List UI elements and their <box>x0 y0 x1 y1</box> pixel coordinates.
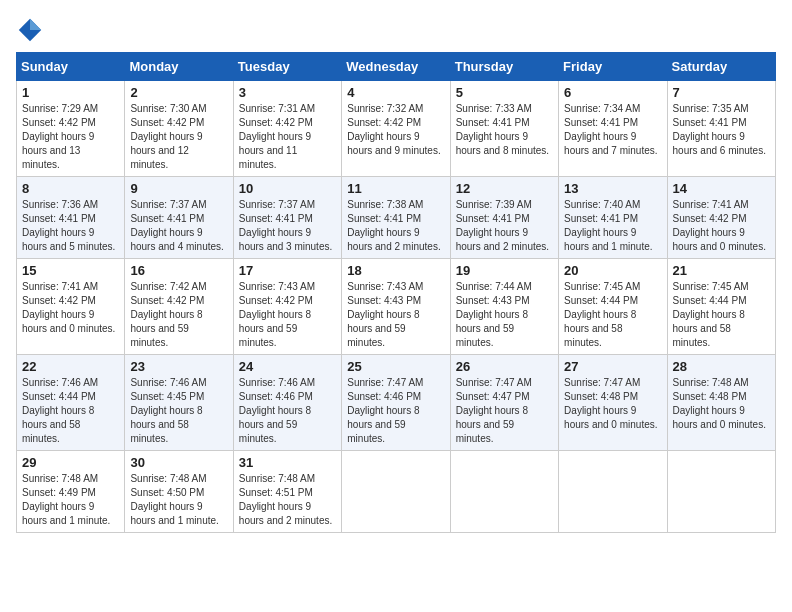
col-header-wednesday: Wednesday <box>342 53 450 81</box>
calendar-cell: 24Sunrise: 7:46 AMSunset: 4:46 PMDayligh… <box>233 355 341 451</box>
svg-marker-1 <box>30 19 41 30</box>
day-number: 8 <box>22 181 119 196</box>
day-number: 5 <box>456 85 553 100</box>
calendar-cell: 30Sunrise: 7:48 AMSunset: 4:50 PMDayligh… <box>125 451 233 533</box>
col-header-sunday: Sunday <box>17 53 125 81</box>
calendar-cell: 9Sunrise: 7:37 AMSunset: 4:41 PMDaylight… <box>125 177 233 259</box>
day-detail: Sunrise: 7:43 AMSunset: 4:43 PMDaylight … <box>347 280 444 350</box>
day-number: 24 <box>239 359 336 374</box>
logo-icon <box>16 16 44 44</box>
day-detail: Sunrise: 7:48 AMSunset: 4:51 PMDaylight … <box>239 472 336 528</box>
day-number: 10 <box>239 181 336 196</box>
day-detail: Sunrise: 7:30 AMSunset: 4:42 PMDaylight … <box>130 102 227 172</box>
calendar-cell: 7Sunrise: 7:35 AMSunset: 4:41 PMDaylight… <box>667 81 775 177</box>
day-detail: Sunrise: 7:46 AMSunset: 4:44 PMDaylight … <box>22 376 119 446</box>
day-number: 25 <box>347 359 444 374</box>
day-number: 19 <box>456 263 553 278</box>
calendar-cell: 12Sunrise: 7:39 AMSunset: 4:41 PMDayligh… <box>450 177 558 259</box>
calendar-table: SundayMondayTuesdayWednesdayThursdayFrid… <box>16 52 776 533</box>
calendar-cell: 1Sunrise: 7:29 AMSunset: 4:42 PMDaylight… <box>17 81 125 177</box>
calendar-cell: 11Sunrise: 7:38 AMSunset: 4:41 PMDayligh… <box>342 177 450 259</box>
calendar-cell: 4Sunrise: 7:32 AMSunset: 4:42 PMDaylight… <box>342 81 450 177</box>
day-detail: Sunrise: 7:38 AMSunset: 4:41 PMDaylight … <box>347 198 444 254</box>
day-detail: Sunrise: 7:46 AMSunset: 4:45 PMDaylight … <box>130 376 227 446</box>
calendar-cell: 6Sunrise: 7:34 AMSunset: 4:41 PMDaylight… <box>559 81 667 177</box>
day-number: 27 <box>564 359 661 374</box>
day-detail: Sunrise: 7:42 AMSunset: 4:42 PMDaylight … <box>130 280 227 350</box>
day-number: 30 <box>130 455 227 470</box>
day-detail: Sunrise: 7:47 AMSunset: 4:46 PMDaylight … <box>347 376 444 446</box>
day-number: 21 <box>673 263 770 278</box>
calendar-cell: 22Sunrise: 7:46 AMSunset: 4:44 PMDayligh… <box>17 355 125 451</box>
day-number: 20 <box>564 263 661 278</box>
day-number: 13 <box>564 181 661 196</box>
logo <box>16 16 48 44</box>
calendar-cell: 20Sunrise: 7:45 AMSunset: 4:44 PMDayligh… <box>559 259 667 355</box>
day-detail: Sunrise: 7:33 AMSunset: 4:41 PMDaylight … <box>456 102 553 158</box>
day-detail: Sunrise: 7:46 AMSunset: 4:46 PMDaylight … <box>239 376 336 446</box>
day-number: 23 <box>130 359 227 374</box>
day-detail: Sunrise: 7:48 AMSunset: 4:48 PMDaylight … <box>673 376 770 432</box>
day-detail: Sunrise: 7:34 AMSunset: 4:41 PMDaylight … <box>564 102 661 158</box>
day-detail: Sunrise: 7:31 AMSunset: 4:42 PMDaylight … <box>239 102 336 172</box>
page-header <box>16 16 776 44</box>
day-detail: Sunrise: 7:32 AMSunset: 4:42 PMDaylight … <box>347 102 444 158</box>
day-detail: Sunrise: 7:45 AMSunset: 4:44 PMDaylight … <box>673 280 770 350</box>
calendar-cell: 5Sunrise: 7:33 AMSunset: 4:41 PMDaylight… <box>450 81 558 177</box>
col-header-friday: Friday <box>559 53 667 81</box>
day-number: 14 <box>673 181 770 196</box>
day-detail: Sunrise: 7:47 AMSunset: 4:47 PMDaylight … <box>456 376 553 446</box>
col-header-tuesday: Tuesday <box>233 53 341 81</box>
calendar-cell: 17Sunrise: 7:43 AMSunset: 4:42 PMDayligh… <box>233 259 341 355</box>
day-number: 1 <box>22 85 119 100</box>
calendar-cell: 18Sunrise: 7:43 AMSunset: 4:43 PMDayligh… <box>342 259 450 355</box>
calendar-cell: 28Sunrise: 7:48 AMSunset: 4:48 PMDayligh… <box>667 355 775 451</box>
day-detail: Sunrise: 7:48 AMSunset: 4:49 PMDaylight … <box>22 472 119 528</box>
day-number: 11 <box>347 181 444 196</box>
col-header-thursday: Thursday <box>450 53 558 81</box>
day-detail: Sunrise: 7:40 AMSunset: 4:41 PMDaylight … <box>564 198 661 254</box>
day-detail: Sunrise: 7:43 AMSunset: 4:42 PMDaylight … <box>239 280 336 350</box>
day-detail: Sunrise: 7:35 AMSunset: 4:41 PMDaylight … <box>673 102 770 158</box>
calendar-cell: 29Sunrise: 7:48 AMSunset: 4:49 PMDayligh… <box>17 451 125 533</box>
day-number: 22 <box>22 359 119 374</box>
day-number: 4 <box>347 85 444 100</box>
calendar-cell: 19Sunrise: 7:44 AMSunset: 4:43 PMDayligh… <box>450 259 558 355</box>
day-number: 2 <box>130 85 227 100</box>
calendar-cell: 26Sunrise: 7:47 AMSunset: 4:47 PMDayligh… <box>450 355 558 451</box>
day-detail: Sunrise: 7:48 AMSunset: 4:50 PMDaylight … <box>130 472 227 528</box>
col-header-monday: Monday <box>125 53 233 81</box>
day-number: 29 <box>22 455 119 470</box>
day-number: 16 <box>130 263 227 278</box>
day-detail: Sunrise: 7:45 AMSunset: 4:44 PMDaylight … <box>564 280 661 350</box>
day-number: 6 <box>564 85 661 100</box>
calendar-cell: 10Sunrise: 7:37 AMSunset: 4:41 PMDayligh… <box>233 177 341 259</box>
day-number: 28 <box>673 359 770 374</box>
day-detail: Sunrise: 7:47 AMSunset: 4:48 PMDaylight … <box>564 376 661 432</box>
day-number: 12 <box>456 181 553 196</box>
calendar-cell: 31Sunrise: 7:48 AMSunset: 4:51 PMDayligh… <box>233 451 341 533</box>
day-detail: Sunrise: 7:29 AMSunset: 4:42 PMDaylight … <box>22 102 119 172</box>
day-detail: Sunrise: 7:41 AMSunset: 4:42 PMDaylight … <box>673 198 770 254</box>
day-number: 17 <box>239 263 336 278</box>
day-detail: Sunrise: 7:41 AMSunset: 4:42 PMDaylight … <box>22 280 119 336</box>
calendar-cell <box>342 451 450 533</box>
day-detail: Sunrise: 7:44 AMSunset: 4:43 PMDaylight … <box>456 280 553 350</box>
day-number: 9 <box>130 181 227 196</box>
calendar-cell: 23Sunrise: 7:46 AMSunset: 4:45 PMDayligh… <box>125 355 233 451</box>
calendar-cell: 15Sunrise: 7:41 AMSunset: 4:42 PMDayligh… <box>17 259 125 355</box>
calendar-cell: 13Sunrise: 7:40 AMSunset: 4:41 PMDayligh… <box>559 177 667 259</box>
day-detail: Sunrise: 7:37 AMSunset: 4:41 PMDaylight … <box>239 198 336 254</box>
calendar-cell: 27Sunrise: 7:47 AMSunset: 4:48 PMDayligh… <box>559 355 667 451</box>
calendar-cell <box>559 451 667 533</box>
calendar-cell: 25Sunrise: 7:47 AMSunset: 4:46 PMDayligh… <box>342 355 450 451</box>
day-detail: Sunrise: 7:36 AMSunset: 4:41 PMDaylight … <box>22 198 119 254</box>
day-number: 3 <box>239 85 336 100</box>
calendar-cell <box>450 451 558 533</box>
day-detail: Sunrise: 7:37 AMSunset: 4:41 PMDaylight … <box>130 198 227 254</box>
calendar-cell: 2Sunrise: 7:30 AMSunset: 4:42 PMDaylight… <box>125 81 233 177</box>
calendar-cell: 8Sunrise: 7:36 AMSunset: 4:41 PMDaylight… <box>17 177 125 259</box>
calendar-cell: 3Sunrise: 7:31 AMSunset: 4:42 PMDaylight… <box>233 81 341 177</box>
day-number: 15 <box>22 263 119 278</box>
calendar-cell: 21Sunrise: 7:45 AMSunset: 4:44 PMDayligh… <box>667 259 775 355</box>
